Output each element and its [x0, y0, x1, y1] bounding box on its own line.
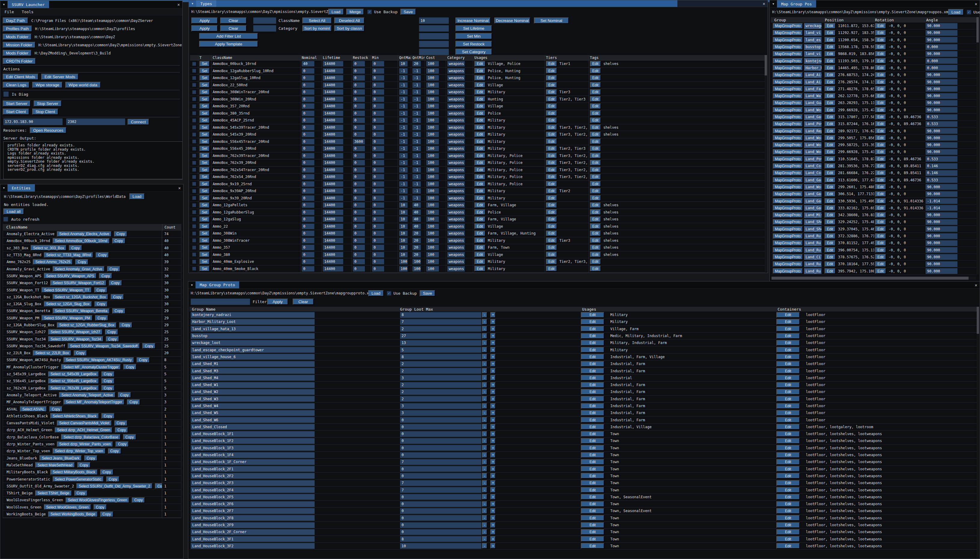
- cost-input[interactable]: 100: [426, 61, 439, 66]
- category-input[interactable]: weapons: [447, 266, 465, 271]
- edit-rotation-button[interactable]: Edit: [875, 163, 886, 169]
- select-entity-button[interactable]: Select ASVAL: [20, 406, 47, 412]
- increment-button[interactable]: +: [490, 536, 496, 542]
- nominal-input[interactable]: 0: [302, 217, 315, 222]
- increment-button[interactable]: +: [490, 466, 496, 472]
- cost-input[interactable]: 100: [426, 167, 439, 173]
- group-proto-button[interactable]: MapGroupProto: [773, 163, 803, 169]
- increment-button[interactable]: +: [490, 361, 496, 367]
- row-select-checkbox[interactable]: [192, 90, 196, 94]
- lifetime-input[interactable]: 14400: [323, 181, 343, 187]
- decrement-button[interactable]: -: [482, 536, 487, 542]
- decrement-button[interactable]: -: [482, 312, 487, 318]
- category-input[interactable]: weapons: [447, 139, 465, 144]
- decrement-button[interactable]: -: [482, 473, 487, 479]
- edit-tiers-button[interactable]: Edit: [546, 153, 557, 159]
- copy-button[interactable]: Copy: [123, 434, 136, 440]
- select-entity-button[interactable]: Select sz_762x39_LargeBox: [48, 385, 99, 391]
- nominal-input[interactable]: 0: [302, 181, 315, 187]
- select-entity-button[interactable]: Select Anomaly_Teleport_Active: [59, 392, 115, 398]
- min-input[interactable]: 0: [372, 174, 384, 180]
- copy-button[interactable]: Copy: [96, 252, 109, 258]
- increment-button[interactable]: +: [490, 508, 496, 514]
- edit-tags-button[interactable]: Edit: [590, 217, 601, 222]
- group-name-input[interactable]: Land_HouseBlock_3F1: [191, 536, 315, 542]
- group-proto-button[interactable]: MapGroupProto: [773, 23, 803, 29]
- nominal-input[interactable]: 0: [302, 224, 315, 229]
- group-name-input[interactable]: Land_HouseBlock_2F4: [191, 487, 315, 493]
- row-select-checkbox[interactable]: [192, 147, 196, 150]
- category-value-input[interactable]: [419, 49, 449, 55]
- qntmin-input[interactable]: -1: [412, 117, 421, 123]
- group-name-input[interactable]: Land_Shed_W6: [191, 417, 315, 423]
- increment-button[interactable]: +: [490, 340, 496, 346]
- group-name-input[interactable]: Land_Shed_W3: [191, 396, 315, 402]
- edit-tiers-button[interactable]: Edit: [546, 117, 557, 123]
- category-input[interactable]: weapons: [447, 117, 465, 123]
- entities-load-button[interactable]: Load: [129, 194, 145, 200]
- copy-button[interactable]: Copy: [137, 357, 150, 363]
- qntmin-input[interactable]: -1: [412, 89, 421, 95]
- group-name-input[interactable]: Land_Air: [804, 72, 821, 78]
- edit-position-button[interactable]: Edit: [824, 65, 836, 71]
- decrement-button[interactable]: -: [482, 522, 487, 528]
- increment-button[interactable]: +: [490, 410, 496, 416]
- angle-input[interactable]: 90.000: [925, 72, 957, 78]
- min-input[interactable]: 0: [372, 224, 384, 229]
- qntmin-input[interactable]: -1: [412, 146, 421, 151]
- edit-usages-button[interactable]: Edit: [581, 354, 604, 360]
- row-select-checkbox[interactable]: [192, 253, 196, 256]
- group-proto-button[interactable]: MapGroupProto: [773, 191, 803, 197]
- restock-input[interactable]: 0: [353, 117, 365, 123]
- edit-position-button[interactable]: Edit: [824, 163, 836, 169]
- edit-usages-button[interactable]: Edit: [474, 96, 485, 102]
- edit-rotation-button[interactable]: Edit: [875, 184, 886, 190]
- group-name-input[interactable]: Land_HouseBlock_1F1: [191, 431, 315, 437]
- qntmax-input[interactable]: -1: [399, 125, 407, 130]
- group-proto-button[interactable]: MapGroupProto: [773, 30, 803, 36]
- edit-position-button[interactable]: Edit: [824, 135, 836, 141]
- edit-containers-button[interactable]: Edit: [776, 319, 800, 325]
- cost-input[interactable]: 100: [426, 117, 439, 123]
- group-proto-button[interactable]: MapGroupProto: [773, 226, 803, 232]
- group-proto-button[interactable]: MapGroupProto: [773, 177, 803, 183]
- restock-input[interactable]: 0: [353, 103, 365, 109]
- group-name-input[interactable]: busstop: [191, 333, 315, 339]
- edit-rotation-button[interactable]: Edit: [875, 58, 886, 64]
- select-entity-button[interactable]: Select dzrp_ACH_Helmet_Green: [55, 427, 113, 433]
- nominal-input[interactable]: 0: [302, 103, 315, 109]
- select-entity-button[interactable]: Select SSURV_Weapon_TT: [41, 287, 91, 293]
- lifetime-input[interactable]: 14400: [323, 117, 343, 123]
- increment-button[interactable]: +: [490, 417, 496, 423]
- restock-input[interactable]: 0: [353, 245, 365, 250]
- category-input[interactable]: weapons: [447, 103, 465, 109]
- group-proto-button[interactable]: MapGroupProto: [773, 72, 803, 78]
- group-name-input[interactable]: Land_She: [804, 226, 821, 232]
- qntmax-input[interactable]: -1: [399, 117, 407, 123]
- min-input[interactable]: 0: [372, 188, 384, 194]
- edit-rotation-button[interactable]: Edit: [875, 205, 886, 211]
- decrease-nominal-button[interactable]: Decrease Nominal: [494, 17, 530, 24]
- angle-input[interactable]: 90.000: [925, 30, 957, 36]
- loot-max-input[interactable]: 0: [400, 522, 481, 528]
- select-entity-button[interactable]: Select SSURV_Weapon_AK74SU_Rusty: [63, 357, 134, 363]
- cost-input[interactable]: 100: [426, 231, 439, 236]
- edit-rotation-button[interactable]: Edit: [875, 121, 886, 127]
- angle-input[interactable]: 90.000: [925, 107, 957, 113]
- edit-containers-button[interactable]: Edit: [776, 487, 800, 493]
- copy-button[interactable]: Copy: [127, 399, 140, 405]
- path-button[interactable]: Profiles Path: [3, 26, 32, 32]
- edit-tags-button[interactable]: Edit: [590, 96, 601, 102]
- edit-rotation-button[interactable]: Edit: [875, 30, 886, 36]
- group-proto-button[interactable]: MapGroupProto: [773, 205, 803, 211]
- min-input[interactable]: 0: [372, 68, 384, 74]
- loot-max-input[interactable]: 2: [400, 361, 481, 367]
- decrement-button[interactable]: -: [482, 319, 487, 325]
- edit-position-button[interactable]: Edit: [824, 58, 836, 64]
- edit-position-button[interactable]: Edit: [824, 107, 836, 113]
- vertical-scrollbar[interactable]: [977, 307, 979, 557]
- close-icon[interactable]: ✕: [177, 1, 180, 8]
- group-name-input[interactable]: land_village_hata_13: [191, 326, 315, 332]
- proto-load-button[interactable]: Load: [368, 290, 384, 296]
- category-input[interactable]: weapons: [447, 167, 465, 173]
